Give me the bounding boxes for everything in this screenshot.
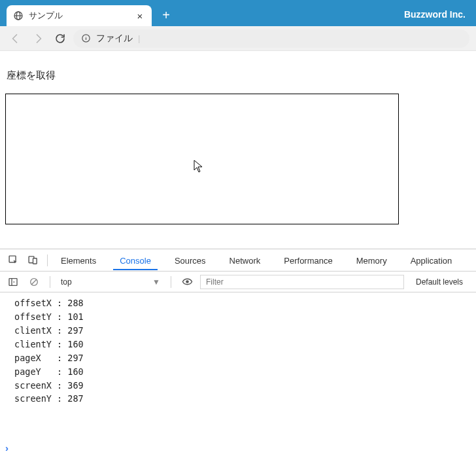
brand-label: Buzzword Inc. xyxy=(404,9,476,26)
device-toggle-icon[interactable] xyxy=(25,253,41,268)
console-sidebar-toggle-icon[interactable] xyxy=(5,274,21,290)
console-line: pageX : 297 xyxy=(14,351,473,365)
devtools-tab-performance[interactable]: Performance xyxy=(277,251,339,270)
tab-strip: サンプル × + xyxy=(0,0,404,26)
console-filter-input[interactable] xyxy=(200,275,404,289)
console-line: screenY : 287 xyxy=(14,392,473,406)
reload-button[interactable] xyxy=(51,29,69,48)
browser-titlebar: サンプル × + Buzzword Inc. xyxy=(0,0,476,26)
svg-rect-5 xyxy=(33,258,37,264)
devtools-tab-elements[interactable]: Elements xyxy=(54,251,103,270)
console-toolbar: top ▼ Default levels xyxy=(0,272,476,292)
devtools-tab-console[interactable]: Console xyxy=(113,251,158,270)
coordinate-capture-box[interactable] xyxy=(5,94,399,224)
context-selector-value: top xyxy=(61,277,72,287)
page-heading: 座標を取得 xyxy=(7,69,471,82)
devtools-tabbar: ElementsConsoleSourcesNetworkPerformance… xyxy=(0,249,476,272)
forward-button[interactable] xyxy=(29,29,47,48)
console-line: offsetX : 288 xyxy=(14,296,473,310)
tab-title: サンプル xyxy=(29,10,129,22)
omnibox-text: ファイル xyxy=(96,33,133,44)
devtools-panel: ElementsConsoleSourcesNetworkPerformance… xyxy=(0,249,476,458)
divider xyxy=(171,276,171,288)
divider xyxy=(50,276,50,288)
cursor-icon xyxy=(194,160,204,173)
svg-point-8 xyxy=(186,280,189,283)
devtools-tab-application[interactable]: Application xyxy=(404,251,459,270)
page-viewport: 座標を取得 xyxy=(0,51,476,249)
console-line: screenX : 369 xyxy=(14,379,473,393)
console-line: clientX : 297 xyxy=(14,324,473,338)
info-icon xyxy=(81,33,91,43)
clear-console-icon[interactable] xyxy=(26,274,42,290)
divider xyxy=(47,255,48,266)
console-line: offsetY : 101 xyxy=(14,310,473,324)
context-selector[interactable]: top ▼ xyxy=(58,277,163,287)
omnibox[interactable]: ファイル | xyxy=(73,29,469,48)
log-levels-selector[interactable]: Default levels xyxy=(409,277,463,287)
inspect-element-icon[interactable] xyxy=(5,253,21,268)
new-tab-button[interactable]: + xyxy=(157,6,175,24)
chevron-right-icon: › xyxy=(5,442,8,453)
back-button[interactable] xyxy=(7,29,25,48)
console-line: pageY : 160 xyxy=(14,365,473,379)
devtools-tab-sources[interactable]: Sources xyxy=(168,251,212,270)
console-prompt[interactable]: › xyxy=(0,440,476,458)
close-tab-icon[interactable]: × xyxy=(135,10,145,21)
devtools-tab-memory[interactable]: Memory xyxy=(350,251,394,270)
browser-tab[interactable]: サンプル × xyxy=(7,5,152,26)
globe-icon xyxy=(13,10,24,21)
devtools-tab-network[interactable]: Network xyxy=(223,251,267,270)
omnibox-separator: | xyxy=(138,33,141,43)
chevron-down-icon: ▼ xyxy=(152,277,160,287)
console-output: offsetX : 288offsetY : 101clientX : 297c… xyxy=(0,292,476,440)
console-line: clientY : 160 xyxy=(14,338,473,351)
address-bar: ファイル | xyxy=(0,26,476,51)
live-expression-icon[interactable] xyxy=(179,274,195,290)
